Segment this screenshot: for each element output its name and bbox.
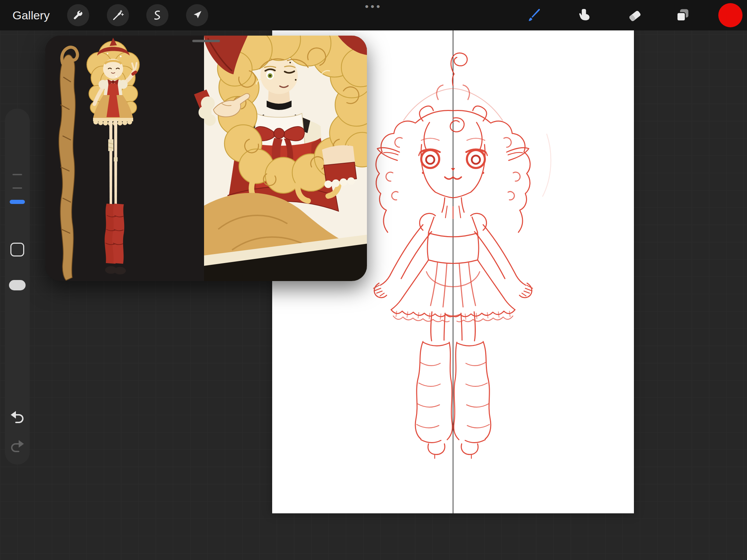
selection-s-icon [151,9,164,21]
actions-button[interactable] [67,4,89,26]
redo-icon [8,437,26,455]
reference-image [45,36,367,281]
smudge-finger-icon [577,7,593,24]
modify-button[interactable] [10,243,24,256]
selection-button[interactable] [146,4,168,26]
top-toolbar: Gallery ••• [0,0,747,30]
reference-drag-handle[interactable] [192,40,220,42]
slider-tick [12,187,22,189]
wrench-icon [72,9,84,21]
layers-icon [674,7,691,24]
transform-button[interactable] [186,4,208,26]
brush-sidebar [5,109,30,465]
transform-arrow-icon [191,9,203,21]
gallery-button[interactable]: Gallery [12,0,50,30]
reference-window[interactable] [45,36,367,281]
smudge-tool-button[interactable] [576,6,594,24]
magic-wand-icon [112,9,124,21]
eraser-icon [627,7,643,24]
paint-tool-button[interactable] [526,6,544,24]
undo-button[interactable] [8,408,26,426]
procreate-app: Gallery ••• [0,0,747,560]
canvas-options-button[interactable]: ••• [365,1,382,12]
adjustments-button[interactable] [107,4,129,26]
reference-closeup [194,36,367,281]
undo-icon [8,408,26,426]
color-button[interactable] [718,3,743,27]
paint-brush-icon [526,7,543,24]
erase-tool-button[interactable] [626,6,644,24]
redo-button[interactable] [8,437,26,455]
opacity-slider-handle[interactable] [9,280,26,290]
brush-size-slider-handle[interactable] [10,200,25,204]
slider-tick [12,174,22,175]
layers-button[interactable] [674,6,692,24]
